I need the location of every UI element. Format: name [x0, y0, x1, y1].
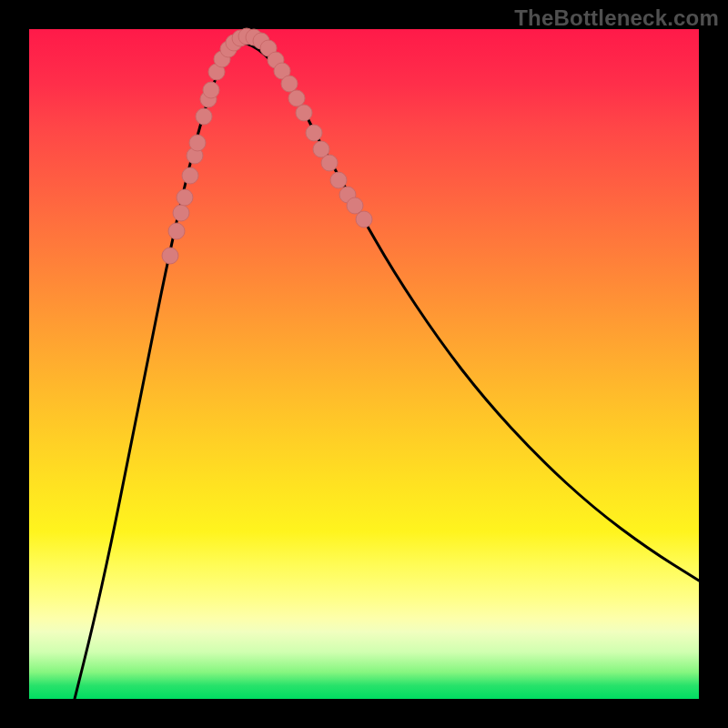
data-marker [168, 223, 185, 239]
data-marker [177, 189, 193, 206]
plot-area [29, 29, 699, 699]
data-marker [330, 172, 347, 188]
data-marker [173, 205, 189, 221]
data-marker [162, 248, 178, 264]
data-marker [296, 105, 312, 121]
marker-group [162, 28, 372, 264]
data-marker [182, 167, 198, 184]
data-marker [288, 90, 305, 106]
watermark-text: TheBottleneck.com [514, 5, 719, 31]
data-marker [203, 82, 219, 98]
curve-svg [29, 29, 699, 699]
bottleneck-curve [75, 43, 699, 699]
data-marker [306, 125, 322, 141]
chart-container: TheBottleneck.com [0, 0, 728, 728]
data-marker [281, 76, 298, 92]
data-marker [189, 135, 206, 151]
data-marker [356, 211, 372, 228]
data-marker [321, 155, 338, 171]
data-marker [196, 108, 212, 125]
